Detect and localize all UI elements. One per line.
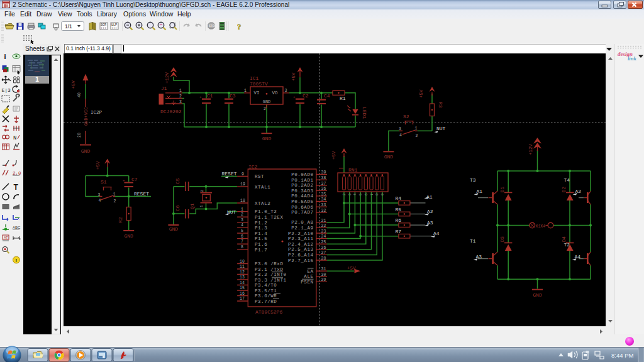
svg-text:2: 2 — [179, 94, 182, 99]
svg-text:31: 31 — [321, 267, 326, 272]
svg-text:D1: D1 — [500, 186, 505, 192]
svg-text:P3.0 /RxD: P3.0 /RxD — [255, 261, 283, 266]
svg-text:7805TV: 7805TV — [250, 81, 268, 87]
svg-text:9: 9 — [381, 194, 385, 195]
svg-text:40: 40 — [77, 92, 82, 97]
svg-text:2: 2 — [200, 190, 204, 192]
svg-text:P1.5: P1.5 — [255, 236, 267, 241]
svg-text:STOP: STOP — [209, 25, 216, 28]
svg-text:XTAL2: XTAL2 — [255, 201, 270, 206]
svg-text:C7: C7 — [131, 177, 138, 182]
svg-text:P1.1_T2EX: P1.1_T2EX — [255, 215, 283, 220]
svg-text:16: 16 — [240, 292, 245, 296]
svg-text:i: i — [4, 53, 6, 60]
svg-text:2: 2 — [343, 194, 347, 195]
svg-text:P3.3 /INT1: P3.3 /INT1 — [255, 278, 287, 283]
svg-text:27: 27 — [321, 251, 326, 255]
svg-text:R1: R1 — [340, 96, 346, 101]
svg-text:+12V: +12V — [165, 72, 170, 84]
svg-text:26: 26 — [321, 246, 326, 250]
svg-text:RN1: RN1 — [348, 167, 358, 173]
svg-text:P1.4: P1.4 — [255, 231, 267, 236]
svg-text:39: 39 — [321, 170, 326, 175]
svg-text:P3.7/RD: P3.7/RD — [255, 299, 277, 304]
svg-text:IC2: IC2 — [248, 164, 258, 170]
svg-text:2: 2 — [416, 134, 418, 138]
svg-text:9: 9 — [242, 172, 244, 177]
svg-text:P0.0AD0: P0.0AD0 — [291, 172, 313, 177]
svg-text:+: + — [123, 178, 125, 183]
svg-text:D3: D3 — [500, 236, 505, 242]
svg-text:R5: R5 — [396, 207, 402, 212]
svg-text:N: N — [13, 135, 16, 141]
svg-text:25: 25 — [321, 240, 326, 244]
svg-text::::: ::: — [111, 26, 117, 30]
svg-text:2: 2 — [264, 107, 266, 111]
svg-text:P3.2 /INT0: P3.2 /INT0 — [255, 272, 287, 277]
svg-text:P0.7AD7: P0.7AD7 — [291, 210, 313, 215]
svg-text:2: 2 — [114, 199, 116, 204]
svg-text:8:44 PM: 8:44 PM — [611, 352, 633, 359]
svg-text:38: 38 — [321, 176, 326, 180]
svg-text:GND: GND — [81, 148, 91, 154]
svg-text:GND: GND — [124, 233, 133, 239]
svg-text:GND: GND — [533, 292, 542, 298]
svg-text:28: 28 — [321, 256, 326, 261]
svg-text:AT89C52P6: AT89C52P6 — [255, 309, 282, 315]
svg-text:NUT: NUT — [436, 126, 446, 131]
svg-text:14: 14 — [240, 281, 245, 285]
svg-text:37: 37 — [321, 182, 326, 186]
svg-text:+5V: +5V — [331, 151, 336, 160]
svg-text:7: 7 — [241, 239, 243, 244]
svg-text:S1: S1 — [101, 179, 107, 185]
svg-text:+: + — [199, 95, 202, 99]
svg-text:ALE: ALE — [304, 274, 313, 279]
svg-text:+5V: +5V — [71, 80, 76, 89]
svg-text:24: 24 — [321, 234, 326, 239]
svg-text:RST: RST — [255, 174, 264, 179]
svg-text:6: 6 — [365, 194, 369, 195]
svg-text:23: 23 — [321, 229, 326, 234]
svg-text:RESET: RESET — [222, 171, 237, 177]
svg-text:1/1: 1/1 — [65, 23, 72, 30]
svg-text:P3.5/T1: P3.5/T1 — [255, 288, 277, 293]
svg-text:VO: VO — [272, 90, 279, 96]
svg-text:22: 22 — [321, 224, 326, 228]
svg-text:19: 19 — [240, 182, 245, 187]
svg-text:P0.5AD5: P0.5AD5 — [291, 199, 313, 204]
svg-text:3: 3 — [348, 194, 352, 195]
svg-text:4: 4 — [399, 133, 402, 138]
svg-text:3: 3 — [285, 89, 287, 93]
svg-text:P2.3_A11: P2.3_A11 — [288, 236, 313, 241]
svg-text:P1.2: P1.2 — [255, 221, 267, 226]
svg-text:4: 4 — [99, 199, 101, 203]
svg-text:1: 1 — [179, 89, 182, 93]
svg-text::::: ::: — [101, 26, 106, 30]
svg-text:8: 8 — [241, 245, 243, 250]
svg-text:+5V: +5V — [96, 161, 101, 170]
svg-text:+12V: +12V — [528, 143, 533, 155]
svg-text:P2.7_A15: P2.7_A15 — [288, 258, 313, 263]
svg-text:P2.6_A14: P2.6_A14 — [288, 253, 313, 258]
svg-text:R3: R3 — [438, 102, 443, 108]
svg-text:29: 29 — [321, 278, 326, 282]
svg-text:T3: T3 — [470, 177, 476, 183]
svg-text:A4: A4 — [575, 254, 581, 260]
svg-text:P2.0_A8: P2.0_A8 — [291, 220, 313, 225]
svg-text:18: 18 — [240, 199, 245, 203]
svg-text:RESET: RESET — [134, 191, 149, 197]
svg-text:!: ! — [16, 258, 18, 263]
svg-text:1: 1 — [244, 89, 247, 93]
svg-text:P2.5_A13: P2.5_A13 — [288, 247, 313, 252]
svg-text:S2: S2 — [403, 114, 409, 119]
svg-text:P0.6AD6: P0.6AD6 — [291, 205, 313, 210]
svg-text:T: T — [14, 183, 19, 192]
svg-text:21: 21 — [321, 219, 326, 223]
svg-text:GND: GND — [384, 154, 394, 160]
svg-text:P2.4_A12: P2.4_A12 — [288, 242, 313, 247]
svg-text:+5V: +5V — [347, 266, 356, 271]
svg-text:VI: VI — [254, 90, 260, 96]
svg-text:12: 12 — [240, 270, 245, 275]
svg-text:17: 17 — [240, 297, 245, 301]
svg-text:13: 13 — [240, 275, 245, 280]
